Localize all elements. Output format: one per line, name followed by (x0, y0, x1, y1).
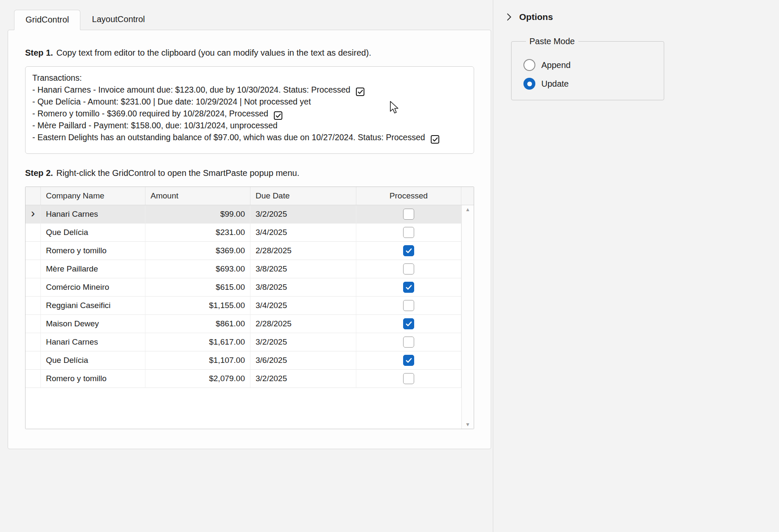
cell-amount[interactable]: $369.00 (145, 242, 250, 260)
row-indicator (26, 297, 41, 315)
tab-gridcontrol[interactable]: GridControl (14, 10, 80, 30)
step2-label: Step 2. (25, 168, 53, 178)
vertical-scrollbar[interactable]: ▲ ▼ (461, 205, 474, 429)
processed-checkbox[interactable] (403, 263, 414, 274)
text-checkbox-icon (431, 135, 439, 144)
row-indicator (26, 260, 41, 278)
grid-row[interactable]: Comércio Mineiro$615.003/8/2025 (26, 278, 461, 297)
editor-line: Transactions: (32, 72, 467, 84)
cell-amount[interactable]: $1,617.00 (145, 333, 250, 351)
scroll-up-icon[interactable]: ▲ (465, 207, 470, 212)
cell-due-date[interactable]: 3/2/2025 (250, 333, 356, 351)
processed-checkbox[interactable] (403, 355, 414, 366)
grid-row[interactable]: Romero y tomillo$2,079.003/2/2025 (26, 370, 461, 388)
grid-row[interactable]: Romero y tomillo$369.002/28/2025 (26, 242, 461, 260)
step1-label: Step 1. (25, 48, 53, 57)
grid-rows: ›Hanari Carnes$99.003/2/2025Que Delícia$… (26, 205, 461, 429)
cell-company-name[interactable]: Mère Paillarde (41, 260, 145, 278)
cell-company-name[interactable]: Hanari Carnes (41, 205, 145, 224)
cell-company-name[interactable]: Reggiani Caseifici (41, 297, 145, 315)
grid-header: Company Name Amount Due Date Processed (26, 187, 474, 205)
cell-due-date[interactable]: 3/2/2025 (250, 205, 356, 224)
cell-company-name[interactable]: Hanari Carnes (41, 333, 145, 351)
cell-processed[interactable] (356, 242, 461, 260)
cell-company-name[interactable]: Comércio Mineiro (41, 278, 145, 297)
processed-checkbox[interactable] (403, 209, 414, 220)
column-header-company-name[interactable]: Company Name (41, 187, 145, 205)
cell-due-date[interactable]: 2/28/2025 (250, 315, 356, 333)
editor-line: - Hanari Carnes - Invoice amount due: $1… (32, 84, 467, 96)
row-indicator (26, 278, 41, 297)
cell-processed[interactable] (356, 297, 461, 315)
cell-company-name[interactable]: Que Delícia (41, 224, 145, 242)
grid-row[interactable]: Reggiani Caseifici$1,155.003/4/2025 (26, 297, 461, 315)
radio-label: Append (541, 60, 571, 70)
grid-row[interactable]: Mère Paillarde$693.003/8/2025 (26, 260, 461, 278)
radio-update-icon[interactable] (523, 78, 535, 90)
cell-processed[interactable] (356, 205, 461, 224)
text-checkbox-icon (274, 111, 282, 120)
processed-checkbox[interactable] (403, 245, 414, 256)
cell-due-date[interactable]: 3/6/2025 (250, 351, 356, 370)
cell-company-name[interactable]: Romero y tomillo (41, 370, 145, 388)
cell-processed[interactable] (356, 278, 461, 297)
row-indicator (26, 224, 41, 242)
column-header-amount[interactable]: Amount (145, 187, 250, 205)
tab-layoutcontrol-label: LayoutControl (92, 14, 145, 24)
transactions-editor[interactable]: Transactions:- Hanari Carnes - Invoice a… (25, 66, 474, 154)
cell-processed[interactable] (356, 370, 461, 388)
tab-strip: GridControl LayoutControl (0, 0, 493, 30)
radio-append-icon[interactable] (523, 59, 535, 71)
cell-due-date[interactable]: 3/8/2025 (250, 260, 356, 278)
processed-checkbox[interactable] (403, 227, 414, 238)
grid-row[interactable]: Que Delícia$231.003/4/2025 (26, 224, 461, 242)
cell-due-date[interactable]: 3/8/2025 (250, 278, 356, 297)
grid-row[interactable]: Que Delícia$1,107.003/6/2025 (26, 351, 461, 370)
cell-due-date[interactable]: 3/4/2025 (250, 224, 356, 242)
processed-checkbox[interactable] (403, 337, 414, 348)
cell-processed[interactable] (356, 351, 461, 370)
grid-row[interactable]: Maison Dewey$861.002/28/2025 (26, 315, 461, 333)
header-indicator-cell (26, 187, 41, 205)
radio-label: Update (541, 79, 569, 89)
grid-row[interactable]: Hanari Carnes$1,617.003/2/2025 (26, 333, 461, 351)
cell-due-date[interactable]: 2/28/2025 (250, 242, 356, 260)
cell-processed[interactable] (356, 224, 461, 242)
editor-line: - Romero y tomillo - $369.00 required by… (32, 108, 467, 120)
column-header-due-date[interactable]: Due Date (250, 187, 356, 205)
processed-checkbox[interactable] (403, 318, 414, 329)
collapse-chevron-icon[interactable] (506, 13, 512, 21)
cell-due-date[interactable]: 3/2/2025 (250, 370, 356, 388)
cell-amount[interactable]: $1,107.00 (145, 351, 250, 370)
cell-processed[interactable] (356, 333, 461, 351)
cell-company-name[interactable]: Maison Dewey (41, 315, 145, 333)
cell-due-date[interactable]: 3/4/2025 (250, 297, 356, 315)
cell-company-name[interactable]: Romero y tomillo (41, 242, 145, 260)
column-header-processed[interactable]: Processed (356, 187, 461, 205)
cell-amount[interactable]: $2,079.00 (145, 370, 250, 388)
cell-amount[interactable]: $861.00 (145, 315, 250, 333)
cell-amount[interactable]: $231.00 (145, 224, 250, 242)
cell-amount[interactable]: $615.00 (145, 278, 250, 297)
processed-checkbox[interactable] (403, 373, 414, 384)
cell-processed[interactable] (356, 315, 461, 333)
paste-mode-group-label: Paste Mode (526, 37, 578, 46)
options-panel: Options Paste Mode AppendUpdate (493, 0, 779, 532)
cell-processed[interactable] (356, 260, 461, 278)
tab-gridcontrol-label: GridControl (26, 15, 69, 24)
main-area: GridControl LayoutControl Step 1.Copy te… (0, 0, 493, 532)
text-checkbox-icon (356, 88, 364, 96)
cell-amount[interactable]: $693.00 (145, 260, 250, 278)
cell-amount[interactable]: $99.00 (145, 205, 250, 224)
cell-company-name[interactable]: Que Delícia (41, 351, 145, 370)
radio-append[interactable]: Append (523, 59, 664, 71)
tab-layoutcontrol[interactable]: LayoutControl (80, 9, 156, 30)
processed-checkbox[interactable] (403, 282, 414, 293)
cell-amount[interactable]: $1,155.00 (145, 297, 250, 315)
paste-mode-radio-list: AppendUpdate (523, 59, 664, 90)
grid-body: ›Hanari Carnes$99.003/2/2025Que Delícia$… (26, 205, 474, 429)
processed-checkbox[interactable] (403, 300, 414, 311)
radio-update[interactable]: Update (523, 78, 664, 90)
scroll-down-icon[interactable]: ▼ (465, 422, 470, 427)
grid-row[interactable]: ›Hanari Carnes$99.003/2/2025 (26, 205, 461, 224)
